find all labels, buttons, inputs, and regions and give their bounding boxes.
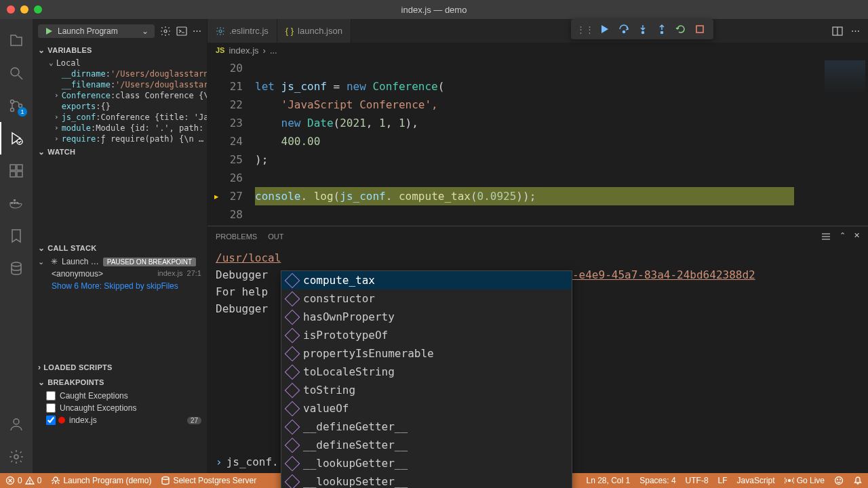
debug-console[interactable]: /usr/local Debuggerb7f-e4e9-45a7-83a4-24… [208,247,868,473]
database-icon[interactable] [0,252,33,285]
variables-section-header[interactable]: ⌄ VARIABLES [33,43,207,58]
search-icon[interactable] [0,57,33,89]
variable-item[interactable]: ›module: Module {id: '.', path: '… [33,123,207,134]
autocomplete-item[interactable]: isPrototypeOf [281,326,572,344]
run-debug-icon[interactable] [0,122,33,155]
scope-local[interactable]: ⌄ Local [33,58,207,68]
method-icon [285,309,300,325]
autocomplete-item[interactable]: __defineGetter__ [281,418,572,436]
status-indent[interactable]: Spaces: 4 [639,476,675,485]
continue-button[interactable] [597,21,613,37]
variable-item[interactable]: ›js_conf: Conference {title: 'Jav… [33,112,207,123]
autocomplete-popup[interactable]: compute_taxconstructorhasOwnPropertyisPr… [281,270,572,488]
variable-item[interactable]: ›require: ƒ require(path) {\n … [33,134,207,144]
bookmark-icon[interactable] [0,220,33,252]
autocomplete-item[interactable]: __defineSetter__ [281,436,572,454]
callstack-section-header[interactable]: ⌄ CALL STACK [33,241,207,256]
grip-icon[interactable]: ⋮⋮ [576,24,594,35]
status-eol[interactable]: LF [718,476,728,485]
stop-button[interactable] [692,21,708,37]
step-out-button[interactable] [654,21,670,37]
settings-gear-icon[interactable] [0,441,33,473]
source-control-icon[interactable]: 1 [0,89,33,122]
console-input[interactable]: js_conf. [226,453,279,470]
status-encoding[interactable]: UTF-8 [686,476,709,485]
autocomplete-item[interactable]: propertyIsEnumerable [281,344,572,363]
explorer-icon[interactable] [0,24,33,57]
show-more-frames[interactable]: Show 6 More: Skipped by skipFiles [33,280,207,292]
method-icon [285,437,300,453]
close-window-button[interactable] [7,5,15,14]
launch-config-dropdown[interactable]: Launch Program ⌄ [38,24,155,38]
extensions-icon[interactable] [0,155,33,187]
autocomplete-label: propertyIsEnumerable [303,345,434,362]
line-number: 22 [208,96,243,114]
checkbox[interactable] [46,403,56,413]
callstack-thread[interactable]: ⌄ ✳ Launch … PAUSED ON BREAKPOINT [33,256,207,268]
accounts-icon[interactable] [0,408,33,441]
variable-item[interactable]: ›Conference: class Conference {\n… [33,90,207,101]
chevron-down-icon: ⌄ [142,26,149,36]
close-icon[interactable]: ✕ [854,231,860,242]
chevron-up-icon[interactable]: ⌃ [840,231,846,242]
maximize-window-button[interactable] [34,5,42,14]
autocomplete-item[interactable]: valueOf [281,399,572,418]
breadcrumb[interactable]: JS index.js › ... [208,43,868,58]
callstack-frame[interactable]: <anonymous> index.js 27:1 [33,268,207,280]
autocomplete-item[interactable]: constructor [281,289,572,308]
minimap[interactable] [814,58,868,226]
tab-problems[interactable]: PROBLEMS [216,230,257,243]
breakpoint-caught[interactable]: Caught Exceptions [33,390,207,402]
checkbox[interactable] [46,415,56,425]
code-content[interactable]: let js_conf = new Conference( 'JavaScrip… [255,58,814,226]
code-editor[interactable]: 20212223242526▸2728 let js_conf = new Co… [208,58,868,226]
autocomplete-item[interactable]: __lookupGetter__ [281,454,572,472]
step-into-button[interactable] [635,21,651,37]
variable-item[interactable]: exports: {} [33,101,207,112]
variable-item[interactable]: __filename: '/Users/douglasstarne… [33,79,207,90]
svg-rect-13 [14,199,16,201]
breakpoint-item[interactable]: index.js 27 [33,414,207,426]
method-icon [285,474,300,488]
launch-config-label: Launch Program [58,26,118,36]
step-over-button[interactable] [616,21,632,37]
docker-icon[interactable] [0,187,33,220]
status-feedback-icon[interactable] [834,476,844,485]
variable-item[interactable]: __dirname: '/Users/douglasstarne… [33,68,207,79]
wrap-icon[interactable] [821,231,831,242]
autocomplete-item[interactable]: toLocaleString [281,363,572,381]
watch-section-header[interactable]: ⌄ WATCH [33,144,207,159]
gear-icon[interactable] [160,26,171,37]
more-icon[interactable]: ⋯ [193,26,201,36]
svg-point-0 [11,68,19,76]
status-launch-config[interactable]: Launch Program (demo) [51,476,151,485]
tab-eslintrc[interactable]: .eslintrc.js [208,19,277,43]
tab-launch-json[interactable]: { } launch.json [277,19,351,43]
svg-point-24 [661,32,663,34]
debug-console-icon[interactable] [176,26,187,37]
chevron-down-icon: ⌄ [38,258,44,266]
status-bell-icon[interactable] [853,476,863,485]
breakpoint-dot-icon [58,417,65,424]
svg-rect-9 [17,171,22,177]
breakpoint-uncaught[interactable]: Uncaught Exceptions [33,402,207,414]
minimize-window-button[interactable] [20,5,28,14]
play-icon [44,26,54,36]
status-postgres[interactable]: Select Postgres Server [161,476,256,485]
restart-button[interactable] [673,21,689,37]
loaded-scripts-header[interactable]: › LOADED SCRIPTS [33,360,207,375]
status-errors[interactable]: 0 0 [5,476,41,485]
autocomplete-item[interactable]: compute_tax [281,271,572,289]
more-icon[interactable]: ⋯ [851,26,860,37]
split-editor-icon[interactable] [832,26,843,37]
autocomplete-item[interactable]: toString [281,381,572,399]
breakpoints-header[interactable]: ⌄ BREAKPOINTS [33,375,207,390]
tab-output[interactable]: OUT [268,230,283,243]
autocomplete-item[interactable]: __lookupSetter__ [281,472,572,488]
autocomplete-item[interactable]: hasOwnProperty [281,308,572,326]
status-language[interactable]: JavaScript [737,476,775,485]
checkbox[interactable] [46,391,56,401]
svg-rect-7 [17,165,22,170]
status-go-live[interactable]: Go Live [785,476,825,485]
status-cursor-pos[interactable]: Ln 28, Col 1 [587,476,631,485]
